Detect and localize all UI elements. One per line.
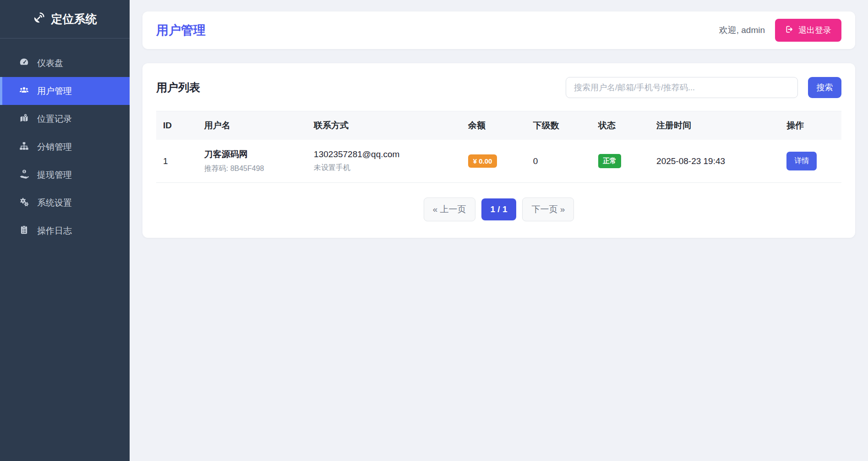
- pagination: « 上一页 1 / 1 下一页 »: [156, 198, 841, 221]
- table-header: ID 用户名 联系方式 余额 下级数 状态 注册时间 操作: [156, 111, 841, 140]
- col-status: 状态: [591, 111, 650, 140]
- col-registered: 注册时间: [650, 111, 780, 140]
- app-title: 定位系统: [51, 11, 97, 27]
- referral-code-text: 推荐码: 8B45F498: [204, 164, 300, 174]
- hand-holding-dollar-icon: [19, 169, 29, 181]
- page-header: 用户管理 欢迎, admin 退出登录: [142, 11, 855, 49]
- sitemap-icon: [19, 141, 29, 153]
- map-marked-icon: [19, 113, 29, 125]
- phone-text: 未设置手机: [314, 163, 454, 173]
- sidebar-item-withdrawals[interactable]: 提现管理: [0, 161, 130, 189]
- col-contact: 联系方式: [307, 111, 461, 140]
- users-table: ID 用户名 联系方式 余额 下级数 状态 注册时间 操作 1 刀客源码网 推荐…: [156, 111, 841, 183]
- status-badge: 正常: [598, 154, 621, 168]
- search-button[interactable]: 搜索: [808, 77, 841, 98]
- col-actions: 操作: [780, 111, 841, 140]
- sidebar-item-location-records[interactable]: 位置记录: [0, 105, 130, 133]
- list-head: 用户列表 搜索: [156, 77, 841, 98]
- email-text: 1302357281@qq.com: [314, 149, 454, 159]
- cell-subordinates: 0: [526, 140, 591, 183]
- sidebar-item-users[interactable]: 用户管理: [0, 77, 130, 105]
- sidebar-item-logs[interactable]: 操作日志: [0, 217, 130, 245]
- col-subordinates: 下级数: [526, 111, 591, 140]
- list-title: 用户列表: [156, 80, 200, 95]
- current-page-indicator: 1 / 1: [481, 198, 517, 220]
- page-title: 用户管理: [156, 22, 206, 38]
- sidebar-item-label: 分销管理: [37, 141, 72, 153]
- search-area: 搜索: [566, 77, 841, 98]
- welcome-text: 欢迎, admin: [719, 24, 765, 36]
- cell-balance: ¥ 0.00: [461, 140, 526, 183]
- sidebar-item-label: 仪表盘: [37, 57, 63, 69]
- app-logo: 定位系统: [0, 0, 130, 38]
- sidebar-item-settings[interactable]: 系统设置: [0, 189, 130, 217]
- user-list-card: 用户列表 搜索 ID 用户名 联系方式 余额 下级数 状态 注: [142, 63, 855, 238]
- balance-badge: ¥ 0.00: [468, 154, 497, 168]
- detail-button[interactable]: 详情: [786, 152, 817, 170]
- next-page-button[interactable]: 下一页 »: [522, 198, 574, 221]
- cell-id: 1: [156, 140, 197, 183]
- logout-button[interactable]: 退出登录: [775, 19, 841, 42]
- username-text: 刀客源码网: [204, 148, 300, 160]
- prev-page-button[interactable]: « 上一页: [424, 198, 475, 221]
- table-row: 1 刀客源码网 推荐码: 8B45F498 1302357281@qq.com …: [156, 140, 841, 183]
- cell-username: 刀客源码网 推荐码: 8B45F498: [197, 140, 307, 183]
- search-input[interactable]: [566, 77, 798, 98]
- main-content: 用户管理 欢迎, admin 退出登录 用户列表 搜索: [130, 0, 868, 238]
- sidebar-item-distribution[interactable]: 分销管理: [0, 133, 130, 161]
- sidebar: 定位系统 仪表盘: [0, 0, 130, 461]
- col-balance: 余额: [461, 111, 526, 140]
- sidebar-item-dashboard[interactable]: 仪表盘: [0, 49, 130, 77]
- sidebar-item-label: 提现管理: [37, 169, 72, 181]
- cell-status: 正常: [591, 140, 650, 183]
- sign-out-icon: [785, 25, 793, 36]
- cell-contact: 1302357281@qq.com 未设置手机: [307, 140, 461, 183]
- gears-icon: [19, 197, 29, 209]
- users-icon: [19, 85, 29, 97]
- sidebar-item-label: 操作日志: [37, 225, 72, 237]
- col-username: 用户名: [197, 111, 307, 140]
- sidebar-item-label: 系统设置: [37, 197, 72, 209]
- header-right: 欢迎, admin 退出登录: [719, 19, 841, 42]
- logout-label: 退出登录: [798, 25, 831, 36]
- gauge-icon: [19, 57, 29, 69]
- col-id: ID: [156, 111, 197, 140]
- cell-actions: 详情: [780, 140, 841, 183]
- sidebar-nav: 仪表盘 用户管理: [0, 38, 130, 245]
- satellite-dish-icon: [33, 11, 45, 27]
- sidebar-item-label: 用户管理: [37, 85, 72, 97]
- sidebar-item-label: 位置记录: [37, 113, 72, 125]
- clipboard-list-icon: [19, 225, 29, 237]
- cell-registered: 2025-08-23 19:43: [650, 140, 780, 183]
